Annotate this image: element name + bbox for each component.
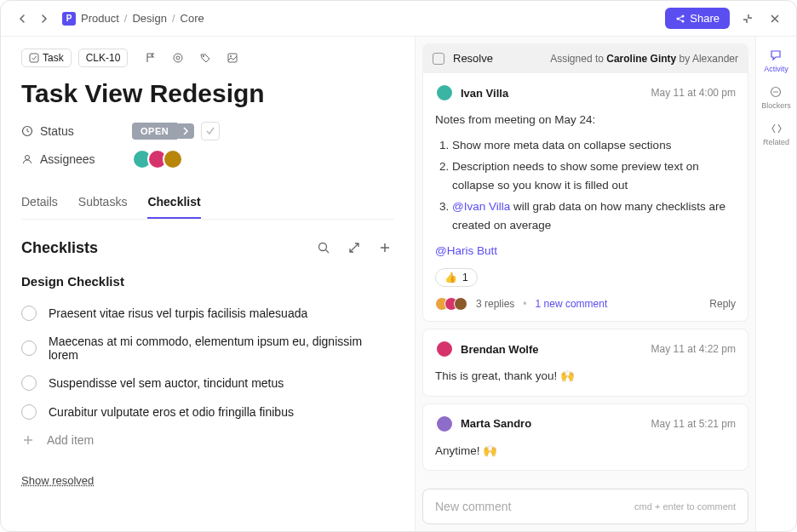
flag-icon[interactable] — [141, 49, 160, 67]
plus-icon[interactable] — [376, 238, 394, 257]
checklist-item[interactable]: Curabitur vulputate eros et odio fringil… — [21, 398, 394, 426]
related-icon — [770, 122, 783, 135]
comment-date: May 11 at 4:22 pm — [651, 343, 736, 355]
status-label: Status — [21, 124, 132, 138]
assignees-list[interactable] — [132, 149, 183, 169]
checklists-heading: Checklists — [21, 239, 98, 257]
task-id-chip[interactable]: CLK-10 — [78, 49, 129, 67]
svg-point-10 — [26, 156, 30, 160]
comment-author: Brendan Wolfe — [461, 343, 539, 356]
checklist-item[interactable]: Maecenas at mi commodo, elementum ipsum … — [21, 328, 394, 369]
tag-icon[interactable] — [196, 49, 215, 67]
checklist-item[interactable]: Praesent vitae risus vel turpis facilisi… — [21, 299, 394, 328]
blocker-icon — [769, 85, 783, 99]
status-icon — [21, 125, 33, 137]
nav-forward-button[interactable] — [35, 9, 54, 28]
nav-back-button[interactable] — [13, 9, 32, 28]
person-icon — [21, 153, 33, 165]
mention-link[interactable]: @Ivan Villa — [452, 200, 510, 213]
sidebar-tab-activity[interactable]: Activity — [764, 49, 788, 73]
thread-avatars[interactable] — [435, 297, 467, 311]
svg-point-8 — [230, 55, 232, 57]
breadcrumb-badge: P — [62, 12, 76, 26]
add-item-button[interactable]: Add item — [21, 426, 394, 454]
search-icon[interactable] — [314, 238, 333, 257]
status-complete-button[interactable] — [201, 122, 220, 140]
comment-date: May 11 at 4:00 pm — [651, 87, 736, 99]
check-circle-icon[interactable] — [21, 404, 37, 420]
avatar[interactable] — [163, 149, 183, 169]
expand-icon[interactable] — [345, 238, 364, 257]
tab-subtasks[interactable]: Subtasks — [78, 186, 128, 219]
comment-body: This is great, thank you! 🙌 — [435, 367, 736, 386]
show-resolved-link[interactable]: Show resolved — [21, 474, 394, 487]
check-circle-icon[interactable] — [21, 375, 37, 391]
comment-author: Marta Sandro — [461, 417, 531, 430]
tab-checklist[interactable]: Checklist — [147, 186, 200, 219]
tab-details[interactable]: Details — [21, 186, 58, 219]
comment-body: Anytime! 🙌 — [435, 442, 736, 460]
comment-body: Notes from meeting on May 24: Show more … — [435, 111, 736, 260]
comment-input[interactable] — [435, 500, 634, 513]
checklist-item[interactable]: Suspendisse vel sem auctor, tincidunt me… — [21, 369, 394, 398]
status-next-button[interactable] — [177, 123, 194, 139]
comment-date: May 11 at 5:21 pm — [651, 418, 736, 430]
checkbox-icon — [29, 53, 39, 63]
sidebar-tab-related[interactable]: Related — [763, 122, 789, 146]
image-icon[interactable] — [223, 49, 242, 67]
avatar[interactable] — [435, 340, 454, 358]
svg-point-5 — [176, 56, 180, 60]
resolve-label[interactable]: Resolve — [453, 52, 493, 65]
assignees-label: Assignees — [21, 152, 132, 166]
share-icon — [675, 14, 685, 24]
resolve-checkbox[interactable] — [433, 53, 444, 65]
chat-icon — [769, 49, 783, 62]
comment-card: Marta Sandro May 11 at 5:21 pm Anytime! … — [422, 403, 748, 472]
status-badge[interactable]: OPEN — [132, 123, 177, 140]
comment-hint: cmd + enter to comment — [634, 501, 736, 512]
breadcrumb: P Product / Design / Core — [62, 12, 204, 26]
sidebar-tab-blockers[interactable]: Blockers — [761, 85, 791, 110]
mention-link[interactable]: @Haris Butt — [435, 242, 736, 260]
minimize-icon[interactable] — [738, 9, 757, 28]
task-type-chip[interactable]: Task — [21, 49, 72, 67]
comment-input-box[interactable]: cmd + enter to comment — [422, 489, 748, 524]
checklist-title: Design Checklist — [21, 274, 394, 289]
svg-point-4 — [174, 54, 182, 62]
check-circle-icon[interactable] — [21, 306, 37, 321]
thread-replies[interactable]: 3 replies — [476, 298, 514, 310]
reply-link[interactable]: Reply — [709, 298, 736, 310]
resolve-assigned-text: Assigned to Caroline Ginty by Alexander — [550, 53, 738, 65]
share-button[interactable]: Share — [665, 8, 730, 29]
check-circle-icon[interactable] — [21, 340, 37, 356]
thread-new-link[interactable]: 1 new comment — [536, 298, 608, 310]
avatar[interactable] — [435, 83, 454, 102]
plus-icon — [21, 433, 35, 447]
svg-point-11 — [319, 243, 327, 251]
reaction-button[interactable]: 👍 1 — [435, 268, 478, 287]
resolve-bar: Resolve Assigned to Caroline Ginty by Al… — [422, 43, 748, 73]
comment-card: Ivan Villa May 11 at 4:00 pm Notes from … — [422, 73, 748, 322]
breadcrumb-item[interactable]: Core — [181, 12, 204, 25]
breadcrumb-item[interactable]: Design — [132, 12, 166, 25]
svg-rect-3 — [30, 54, 38, 62]
svg-point-6 — [203, 55, 204, 57]
avatar[interactable] — [435, 415, 454, 433]
task-title: Task View Redesign — [21, 79, 394, 108]
comment-author: Ivan Villa — [461, 87, 508, 100]
breadcrumb-item[interactable]: Product — [81, 12, 119, 25]
target-icon[interactable] — [169, 49, 187, 67]
close-icon[interactable] — [765, 9, 784, 28]
comment-card: Brendan Wolfe May 11 at 4:22 pm This is … — [422, 329, 748, 397]
